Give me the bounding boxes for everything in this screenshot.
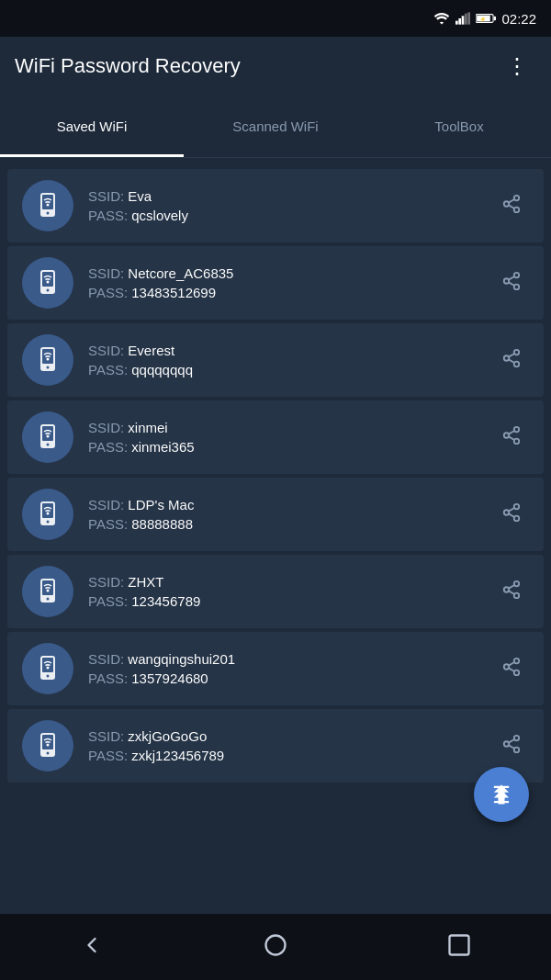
svg-point-39 xyxy=(47,435,50,438)
page-wrapper: SSID: Eva PASS: qcslovely xyxy=(0,158,551,914)
nav-bar xyxy=(0,914,551,980)
svg-line-79 xyxy=(509,745,514,749)
share-button[interactable] xyxy=(494,572,529,611)
svg-line-43 xyxy=(509,436,514,440)
svg-point-82 xyxy=(266,936,286,955)
tab-scanned-wifi[interactable]: Scanned WiFi xyxy=(184,96,367,157)
svg-rect-1 xyxy=(459,18,462,25)
list-item: SSID: LDP's Mac PASS: 88888888 xyxy=(7,478,544,551)
svg-line-71 xyxy=(509,662,514,666)
svg-point-30 xyxy=(47,358,50,361)
svg-point-66 xyxy=(47,667,50,670)
wifi-item-icon xyxy=(22,489,73,540)
wifi-details: SSID: wangqingshui201 PASS: 1357924680 xyxy=(73,651,494,686)
wifi-ssid-row: SSID: Everest xyxy=(88,343,479,358)
svg-point-20 xyxy=(47,289,50,292)
svg-point-74 xyxy=(47,752,50,755)
svg-point-78 xyxy=(514,748,520,753)
svg-point-15 xyxy=(514,208,520,213)
wifi-item-icon xyxy=(22,334,73,386)
share-button[interactable] xyxy=(494,495,529,534)
upload-fab-button[interactable] xyxy=(474,767,529,822)
wifi-details: SSID: xinmei PASS: xinmei365 xyxy=(73,420,494,455)
svg-rect-0 xyxy=(455,21,458,25)
svg-point-23 xyxy=(504,278,510,284)
svg-point-21 xyxy=(47,281,50,284)
wifi-ssid-row: SSID: LDP's Mac xyxy=(88,497,479,513)
wifi-item-icon xyxy=(22,180,73,231)
list-item: SSID: wangqingshui201 PASS: 1357924680 xyxy=(7,632,544,705)
wifi-list: SSID: Eva PASS: qcslovely xyxy=(0,158,551,914)
list-item: SSID: Netcore_AC6835 PASS: 13483512699 xyxy=(7,246,544,320)
svg-point-76 xyxy=(514,736,520,741)
svg-point-42 xyxy=(514,439,520,445)
wifi-item-icon xyxy=(22,720,73,772)
svg-point-40 xyxy=(514,427,520,433)
share-button[interactable] xyxy=(494,727,529,765)
home-button[interactable] xyxy=(252,921,299,973)
share-button[interactable] xyxy=(494,264,529,302)
battery-icon: ⚡ xyxy=(476,13,496,24)
svg-point-38 xyxy=(47,444,50,446)
svg-point-13 xyxy=(514,196,520,201)
svg-line-80 xyxy=(509,739,514,743)
recents-button[interactable] xyxy=(435,921,483,973)
wifi-pass-row: PASS: qqqqqqqq xyxy=(88,362,479,377)
wifi-item-icon xyxy=(22,411,73,463)
share-button[interactable] xyxy=(494,649,529,688)
more-options-button[interactable]: ⋮ xyxy=(499,48,536,84)
share-button[interactable] xyxy=(494,186,529,225)
svg-line-26 xyxy=(509,276,514,280)
svg-line-62 xyxy=(509,585,514,589)
wifi-details: SSID: LDP's Mac PASS: 88888888 xyxy=(73,497,494,532)
wifi-status-icon xyxy=(433,12,450,25)
svg-point-59 xyxy=(504,587,510,592)
wifi-pass-row: PASS: 88888888 xyxy=(88,516,479,532)
svg-line-70 xyxy=(509,668,514,671)
svg-point-33 xyxy=(514,362,520,367)
svg-point-48 xyxy=(47,513,50,515)
list-item: SSID: ZHXT PASS: 123456789 xyxy=(7,555,544,628)
svg-point-49 xyxy=(514,504,520,510)
svg-rect-2 xyxy=(462,16,465,24)
wifi-details: SSID: ZHXT PASS: 123456789 xyxy=(73,574,494,609)
wifi-details: SSID: Netcore_AC6835 PASS: 13483512699 xyxy=(73,265,494,300)
svg-point-14 xyxy=(504,201,510,207)
wifi-ssid-row: SSID: wangqingshui201 xyxy=(88,651,479,667)
svg-rect-83 xyxy=(450,936,469,955)
back-button[interactable] xyxy=(68,921,116,973)
svg-rect-4 xyxy=(468,12,471,24)
svg-line-25 xyxy=(509,282,514,286)
svg-point-50 xyxy=(504,510,510,515)
svg-point-77 xyxy=(504,741,510,747)
wifi-details: SSID: Everest PASS: qqqqqqqq xyxy=(73,343,494,377)
svg-line-34 xyxy=(509,359,514,363)
svg-point-31 xyxy=(514,350,520,355)
wifi-pass-row: PASS: 1357924680 xyxy=(88,670,479,686)
tab-saved-wifi[interactable]: Saved WiFi xyxy=(0,96,184,157)
svg-line-16 xyxy=(509,205,514,208)
svg-rect-81 xyxy=(494,801,509,803)
svg-point-69 xyxy=(514,670,520,676)
tab-toolbox[interactable]: ToolBox xyxy=(367,96,551,157)
svg-line-61 xyxy=(509,591,514,594)
app-bar: WiFi Password Recovery ⋮ xyxy=(0,37,551,96)
app-title: WiFi Password Recovery xyxy=(15,54,241,78)
svg-rect-6 xyxy=(494,17,496,20)
svg-point-32 xyxy=(504,355,510,361)
share-button[interactable] xyxy=(494,418,529,456)
share-button[interactable] xyxy=(494,341,529,379)
list-item: SSID: zxkjGoGoGo PASS: zxkj123456789 xyxy=(7,709,544,783)
svg-line-35 xyxy=(509,354,514,357)
wifi-item-icon xyxy=(22,643,73,694)
svg-text:⚡: ⚡ xyxy=(479,16,487,23)
wifi-details: SSID: Eva PASS: qcslovely xyxy=(73,188,494,223)
svg-point-67 xyxy=(514,659,520,664)
svg-point-51 xyxy=(514,516,520,522)
svg-point-29 xyxy=(47,366,50,369)
svg-point-57 xyxy=(47,590,50,592)
svg-point-22 xyxy=(514,273,520,278)
wifi-ssid-row: SSID: Eva xyxy=(88,188,479,204)
tabs-container: Saved WiFi Scanned WiFi ToolBox xyxy=(0,96,551,158)
wifi-item-icon xyxy=(22,257,73,309)
